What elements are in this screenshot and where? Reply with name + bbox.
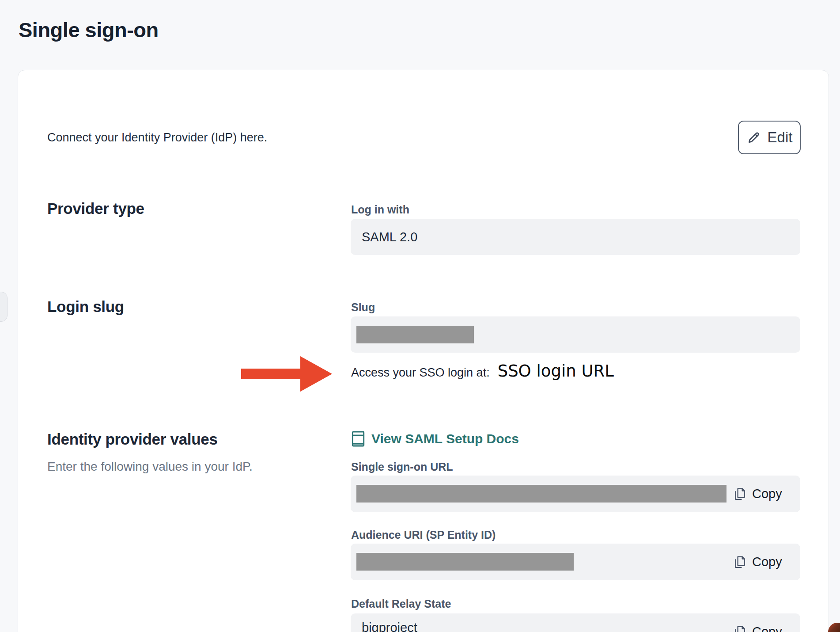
section-heading-provider-type: Provider type [47, 200, 144, 217]
copy-icon [733, 487, 746, 502]
default-relay-state-field: bigproject Copy [351, 613, 800, 632]
copy-button-label: Copy [752, 555, 782, 569]
pencil-icon [746, 130, 761, 145]
annotation-artifact-corner [828, 623, 840, 632]
copy-button-relay-state[interactable]: Copy [733, 613, 782, 632]
slug-field [351, 316, 800, 353]
intro-text: Connect your Identity Provider (IdP) her… [47, 131, 267, 145]
edit-button-label: Edit [768, 129, 793, 146]
slug-label: Slug [351, 301, 375, 314]
drawer-handle[interactable] [0, 292, 8, 322]
access-login-row: Access your SSO login at: SSO login URL [351, 362, 614, 381]
default-relay-state-label: Default Relay State [351, 598, 451, 610]
audience-uri-field: Copy [351, 544, 800, 580]
sso-login-url-value: SSO login URL [498, 362, 614, 381]
copy-button-label: Copy [752, 624, 782, 632]
docs-icon [351, 430, 365, 447]
slug-redacted-value [356, 326, 474, 343]
copy-button-sso-url[interactable]: Copy [733, 476, 782, 512]
copy-button-audience-uri[interactable]: Copy [733, 544, 782, 580]
provider-type-value: SAML 2.0 [362, 230, 417, 244]
redacted-value [356, 553, 574, 571]
page-title: Single sign-on [19, 18, 159, 42]
single-sign-on-url-label: Single sign-on URL [351, 461, 453, 473]
copy-icon [733, 555, 746, 570]
section-heading-login-slug: Login slug [47, 298, 124, 316]
docs-link-label: View SAML Setup Docs [371, 431, 519, 446]
copy-icon [733, 624, 746, 632]
redacted-value [356, 485, 726, 503]
login-with-label: Log in with [351, 203, 409, 216]
access-login-label: Access your SSO login at: [351, 366, 490, 380]
section-heading-idp-values: Identity provider values [47, 430, 218, 448]
provider-type-field: SAML 2.0 [351, 219, 800, 255]
edit-button[interactable]: Edit [738, 121, 801, 154]
annotation-arrow-icon [241, 356, 332, 392]
default-relay-state-value: bigproject [362, 621, 417, 632]
audience-uri-label: Audience URI (SP Entity ID) [351, 529, 496, 541]
single-sign-on-url-field: Copy [351, 476, 800, 512]
view-saml-setup-docs-link[interactable]: View SAML Setup Docs [351, 430, 519, 447]
copy-button-label: Copy [752, 487, 782, 501]
idp-values-subheading: Enter the following values in your IdP. [47, 460, 253, 474]
